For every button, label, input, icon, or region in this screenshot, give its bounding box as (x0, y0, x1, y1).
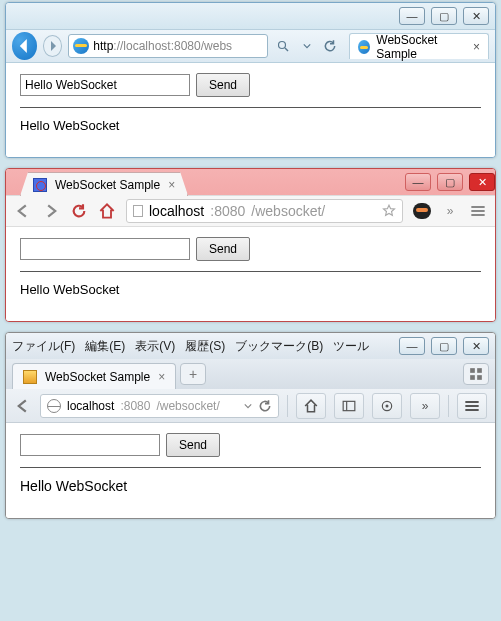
arrow-right-icon (44, 204, 58, 218)
toolbar-separator (448, 395, 449, 417)
reload-button[interactable] (70, 202, 88, 220)
home-icon (99, 203, 115, 219)
url-scheme: http (93, 39, 113, 53)
refresh-button[interactable] (322, 36, 340, 56)
minimize-button[interactable]: — (399, 337, 425, 355)
ie-page-content: Send Hello WebSocket (6, 63, 495, 157)
received-message: Hello WebSocket (20, 118, 481, 133)
chevron-down-button[interactable] (298, 36, 316, 56)
menu-button[interactable] (457, 393, 487, 419)
hamburger-icon (470, 203, 486, 219)
svg-rect-7 (343, 401, 355, 410)
chevron-down-icon (303, 42, 311, 50)
message-input[interactable] (20, 74, 190, 96)
chevron-down-icon[interactable] (244, 402, 252, 410)
maximize-button[interactable]: ▢ (431, 7, 457, 25)
menu-tools[interactable]: ツール (333, 338, 369, 355)
sidebar-button[interactable] (334, 393, 364, 419)
svg-rect-2 (134, 206, 143, 217)
close-icon: ✕ (472, 10, 481, 23)
send-button[interactable]: Send (166, 433, 220, 457)
menu-view[interactable]: 表示(V) (135, 338, 175, 355)
minimize-icon: — (407, 340, 418, 352)
menu-history[interactable]: 履歴(S) (185, 338, 225, 355)
ie-window: — ▢ ✕ http://localhost:8080/webs WebSock… (5, 2, 496, 158)
form-row: Send (20, 433, 481, 457)
message-input[interactable] (20, 434, 160, 456)
menu-button[interactable] (469, 202, 487, 220)
back-button[interactable] (14, 397, 32, 415)
send-button[interactable]: Send (196, 237, 250, 261)
home-button[interactable] (296, 393, 326, 419)
firefox-tab[interactable]: WebSocket Sample × (12, 363, 176, 389)
maximize-button[interactable]: ▢ (431, 337, 457, 355)
close-button[interactable]: ✕ (469, 173, 495, 191)
tab-title: WebSocket Sample (376, 33, 467, 61)
back-button[interactable] (14, 202, 32, 220)
menu-bar: ファイル(F) 編集(E) 表示(V) 履歴(S) ブックマーク(B) ツール (12, 338, 393, 355)
url-text: http://localhost:8080/webs (93, 39, 232, 53)
message-input[interactable] (20, 238, 190, 260)
tab-close-icon[interactable]: × (158, 370, 165, 384)
home-icon (304, 399, 318, 413)
minimize-button[interactable]: — (405, 173, 431, 191)
form-row: Send (20, 237, 481, 261)
chrome-page-content: Send Hello WebSocket (6, 227, 495, 321)
overflow-button[interactable]: » (410, 393, 440, 419)
send-button[interactable]: Send (196, 73, 250, 97)
url-port: :8080 (120, 399, 150, 413)
firefox-page-content: Send Hello WebSocket (6, 423, 495, 518)
firefox-window: ファイル(F) 編集(E) 表示(V) 履歴(S) ブックマーク(B) ツール … (5, 332, 496, 519)
divider (20, 107, 481, 108)
refresh-icon[interactable] (258, 399, 272, 413)
url-host: localhost (149, 203, 204, 219)
arrow-left-icon (16, 204, 30, 218)
menu-edit[interactable]: 編集(E) (85, 338, 125, 355)
menu-file[interactable]: ファイル(F) (12, 338, 75, 355)
star-icon[interactable] (382, 204, 396, 218)
address-bar[interactable]: localhost:8080/websocket/ (40, 394, 279, 418)
maximize-button[interactable]: ▢ (437, 173, 463, 191)
tab-close-icon[interactable]: × (168, 178, 175, 192)
chrome-nav-bar: localhost:8080/websocket/ » (6, 195, 495, 227)
close-button[interactable]: ✕ (463, 7, 489, 25)
minimize-button[interactable]: — (399, 7, 425, 25)
minimize-icon: — (407, 10, 418, 22)
tab-groups-button[interactable] (463, 363, 489, 385)
page-favicon-icon (23, 370, 37, 384)
search-dropdown-button[interactable] (274, 36, 292, 56)
menu-bookmarks[interactable]: ブックマーク(B) (235, 338, 323, 355)
url-path: /websocket/ (156, 399, 219, 413)
svg-rect-6 (477, 375, 482, 380)
svg-point-0 (279, 42, 286, 49)
chrome-window: WebSocket Sample × — ▢ ✕ localhost:8080/… (5, 168, 496, 322)
new-tab-button[interactable]: + (180, 363, 206, 385)
arrow-left-icon (17, 39, 31, 53)
plus-icon: + (189, 366, 197, 382)
home-button[interactable] (98, 202, 116, 220)
divider (20, 467, 481, 468)
extension-button[interactable] (413, 202, 431, 220)
target-button[interactable] (372, 393, 402, 419)
target-icon (380, 399, 394, 413)
overflow-button[interactable]: » (441, 202, 459, 220)
ie-tab[interactable]: WebSocket Sample × (349, 33, 489, 59)
tab-close-icon[interactable]: × (473, 40, 480, 54)
svg-line-1 (285, 48, 288, 51)
address-bar[interactable]: localhost:8080/websocket/ (126, 199, 403, 223)
ie-logo-icon (358, 40, 370, 54)
ie-logo-icon (73, 38, 89, 54)
tab-title: WebSocket Sample (55, 178, 160, 192)
forward-button[interactable] (42, 202, 60, 220)
refresh-icon (323, 39, 337, 53)
svg-rect-5 (470, 375, 475, 380)
back-button[interactable] (12, 32, 37, 60)
forward-button[interactable] (43, 35, 63, 57)
address-bar[interactable]: http://localhost:8080/webs (68, 34, 268, 58)
hamburger-icon (464, 398, 480, 414)
received-message: Hello WebSocket (20, 282, 481, 297)
close-button[interactable]: ✕ (463, 337, 489, 355)
url-host: localhost (67, 399, 114, 413)
chrome-tab[interactable]: WebSocket Sample × (20, 172, 188, 196)
url-port: :8080 (210, 203, 245, 219)
